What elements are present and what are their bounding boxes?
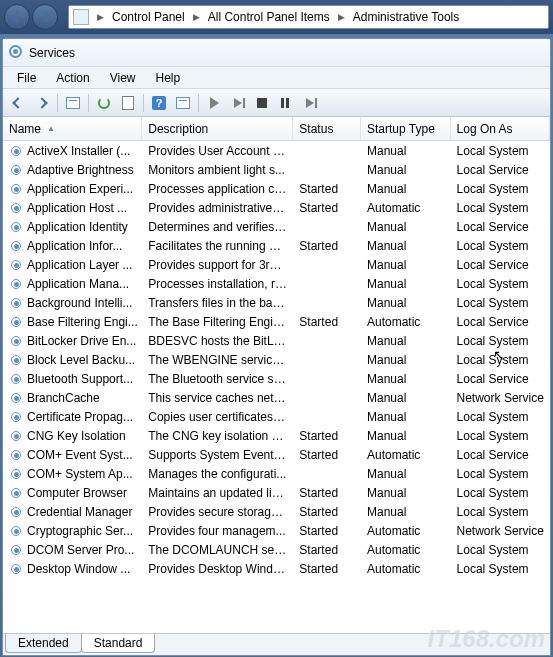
help-button[interactable]: ? [148, 92, 170, 114]
service-startup: Manual [361, 485, 451, 501]
service-row[interactable]: ActiveX Installer (...Provides User Acco… [3, 141, 550, 160]
service-row[interactable]: Application Experi...Processes applicati… [3, 179, 550, 198]
gear-icon [9, 201, 23, 215]
column-header-description[interactable]: Description [142, 117, 293, 140]
service-description: Transfers files in the bac... [142, 295, 293, 311]
service-name: COM+ System Ap... [27, 467, 133, 481]
service-startup: Manual [361, 143, 451, 159]
service-status [293, 473, 361, 475]
step-service-button[interactable] [227, 92, 249, 114]
service-name: COM+ Event Syst... [27, 448, 133, 462]
breadcrumb-item[interactable]: Administrative Tools [349, 8, 464, 26]
panel-icon [66, 97, 80, 109]
service-row[interactable]: Adaptive BrightnessMonitors ambient ligh… [3, 160, 550, 179]
menu-file[interactable]: File [7, 69, 46, 87]
menu-view[interactable]: View [100, 69, 146, 87]
service-row[interactable]: Bluetooth Support...The Bluetooth servic… [3, 369, 550, 388]
service-row[interactable]: COM+ Event Syst...Supports System Event … [3, 445, 550, 464]
separator [57, 94, 58, 112]
service-status: Started [293, 238, 361, 254]
menu-help[interactable]: Help [146, 69, 191, 87]
service-row[interactable]: BitLocker Drive En...BDESVC hosts the Bi… [3, 331, 550, 350]
service-description: Copies user certificates a... [142, 409, 293, 425]
service-row[interactable]: Application Infor...Facilitates the runn… [3, 236, 550, 255]
service-name: BranchCache [27, 391, 100, 405]
service-description: The Bluetooth service su... [142, 371, 293, 387]
properties-button[interactable] [172, 92, 194, 114]
service-row[interactable]: Cryptographic Ser...Provides four manage… [3, 521, 550, 540]
services-list: Name▲ Description Status Startup Type Lo… [3, 117, 550, 633]
chevron-right-icon: ▶ [193, 12, 200, 22]
window-title: Services [29, 46, 75, 60]
service-row[interactable]: BranchCacheThis service caches netw...Ma… [3, 388, 550, 407]
service-status: Started [293, 542, 361, 558]
gear-icon [9, 372, 23, 386]
column-header-name[interactable]: Name▲ [3, 117, 142, 140]
service-logon: Local System [451, 542, 550, 558]
refresh-button[interactable] [93, 92, 115, 114]
nav-forward-button[interactable] [32, 4, 58, 30]
column-header-status[interactable]: Status [293, 117, 361, 140]
service-row[interactable]: CNG Key IsolationThe CNG key isolation s… [3, 426, 550, 445]
list-body[interactable]: ActiveX Installer (...Provides User Acco… [3, 141, 550, 633]
properties-icon [176, 97, 190, 109]
column-header-logon[interactable]: Log On As [451, 117, 550, 140]
arrow-right-icon [39, 11, 50, 22]
gear-icon [9, 543, 23, 557]
service-description: Supports System Event N... [142, 447, 293, 463]
breadcrumb-item[interactable]: Control Panel [108, 8, 189, 26]
services-window: Services File Action View Help ? Name▲ D… [2, 38, 551, 656]
breadcrumb-item[interactable]: All Control Panel Items [204, 8, 334, 26]
toolbar: ? [3, 89, 550, 117]
service-description: This service caches netw... [142, 390, 293, 406]
service-row[interactable]: Computer BrowserMaintains an updated lis… [3, 483, 550, 502]
forward-button[interactable] [31, 92, 53, 114]
service-status [293, 302, 361, 304]
service-row[interactable]: Application Mana...Processes installatio… [3, 274, 550, 293]
service-row[interactable]: Credential ManagerProvides secure storag… [3, 502, 550, 521]
start-service-button[interactable] [203, 92, 225, 114]
service-logon: Local Service [451, 257, 550, 273]
tab-extended[interactable]: Extended [5, 634, 82, 653]
service-row[interactable]: Desktop Window ...Provides Desktop Windo… [3, 559, 550, 578]
back-button[interactable] [7, 92, 29, 114]
service-row[interactable]: DCOM Server Pro...The DCOMLAUNCH serv...… [3, 540, 550, 559]
tab-standard[interactable]: Standard [81, 634, 156, 653]
service-row[interactable]: Application Host ...Provides administrat… [3, 198, 550, 217]
service-description: Manages the configurati... [142, 466, 293, 482]
service-row[interactable]: Block Level Backu...The WBENGINE service… [3, 350, 550, 369]
service-name: Computer Browser [27, 486, 127, 500]
column-header-startup[interactable]: Startup Type [361, 117, 451, 140]
gear-icon [9, 277, 23, 291]
view-tabs: Extended Standard [3, 633, 550, 655]
stop-icon [257, 98, 267, 108]
service-row[interactable]: Base Filtering Engi...The Base Filtering… [3, 312, 550, 331]
nav-back-button[interactable] [4, 4, 30, 30]
service-status: Started [293, 523, 361, 539]
service-row[interactable]: COM+ System Ap...Manages the configurati… [3, 464, 550, 483]
menu-bar: File Action View Help [3, 67, 550, 89]
service-row[interactable]: Certificate Propag...Copies user certifi… [3, 407, 550, 426]
explorer-nav-bar: ▶ Control Panel ▶ All Control Panel Item… [0, 0, 553, 34]
service-description: Processes installation, re... [142, 276, 293, 292]
service-logon: Local Service [451, 447, 550, 463]
service-description: Processes application co... [142, 181, 293, 197]
service-row[interactable]: Application Layer ...Provides support fo… [3, 255, 550, 274]
service-logon: Local Service [451, 371, 550, 387]
breadcrumb[interactable]: ▶ Control Panel ▶ All Control Panel Item… [68, 5, 549, 29]
service-row[interactable]: Background Intelli...Transfers files in … [3, 293, 550, 312]
show-hide-button[interactable] [62, 92, 84, 114]
service-logon: Local System [451, 561, 550, 577]
gear-icon [9, 315, 23, 329]
service-row[interactable]: Application IdentityDetermines and verif… [3, 217, 550, 236]
restart-service-button[interactable] [299, 92, 321, 114]
pause-service-button[interactable] [275, 92, 297, 114]
menu-action[interactable]: Action [46, 69, 99, 87]
gear-icon [9, 391, 23, 405]
chevron-right-icon: ▶ [97, 12, 104, 22]
stop-service-button[interactable] [251, 92, 273, 114]
export-icon [122, 96, 134, 110]
gear-icon [9, 239, 23, 253]
service-startup: Manual [361, 333, 451, 349]
export-button[interactable] [117, 92, 139, 114]
